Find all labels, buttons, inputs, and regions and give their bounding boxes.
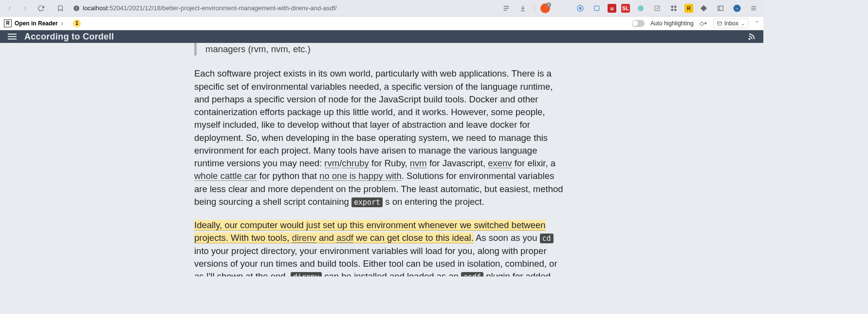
separator: |	[534, 4, 536, 13]
rss-icon[interactable]	[748, 33, 756, 40]
paragraph-1: Each software project exists in its own …	[194, 67, 569, 208]
sl-ext-icon[interactable]: SL	[621, 4, 630, 13]
circle-ext-icon[interactable]	[635, 2, 646, 14]
bookmark-icon[interactable]	[55, 2, 66, 14]
profile-icon[interactable]	[731, 2, 743, 14]
add-shortcut-icon[interactable]: ◇+	[700, 20, 707, 27]
extensions-icon[interactable]	[698, 2, 710, 14]
article-body: managers (rvm, nvm, etc.) Each software …	[189, 43, 574, 276]
svg-point-21	[749, 39, 750, 39]
highlight-count-badge[interactable]: 1	[73, 20, 81, 27]
install-icon[interactable]	[517, 2, 529, 14]
svg-rect-9	[655, 6, 659, 10]
link-chruby[interactable]: chruby	[342, 158, 369, 168]
link-whole-cattle-car[interactable]: whole cattle car	[194, 171, 257, 181]
svg-rect-11	[674, 5, 676, 7]
code-export: export	[351, 197, 383, 207]
svg-rect-7	[594, 6, 599, 10]
url-text: localhost:52041/2021/12/18/better-projec…	[83, 4, 337, 12]
svg-rect-10	[671, 5, 673, 7]
page-ext-icon[interactable]	[591, 2, 603, 14]
menu-icon[interactable]	[748, 2, 759, 14]
hamburger-icon[interactable]	[8, 34, 17, 39]
svg-point-6	[579, 7, 581, 9]
toolbar-right: | u SL R	[500, 2, 759, 14]
code-asdf: asdf	[461, 272, 483, 276]
site-header: According to Cordell	[0, 30, 763, 43]
code-cd: cd	[540, 234, 554, 243]
svg-point-8	[638, 5, 644, 11]
svg-rect-12	[671, 9, 673, 11]
quote-tail-text: managers (rvm, nvm, etc.)	[205, 44, 311, 54]
inbox-button[interactable]: Inbox ⌄	[713, 19, 749, 28]
address-bar[interactable]: ! localhost:52041/2021/12/18/better-proj…	[55, 2, 493, 14]
square-ext-icon[interactable]	[651, 2, 663, 14]
svg-rect-13	[674, 9, 676, 11]
link-rvm[interactable]: rvm	[324, 158, 339, 168]
reload-button[interactable]	[35, 2, 47, 14]
open-in-reader[interactable]: Open in Reader	[15, 20, 58, 27]
not-secure-icon: !	[73, 5, 80, 12]
chevron-right-icon[interactable]: ›	[61, 19, 63, 28]
link-asdf[interactable]: asdf	[336, 233, 353, 243]
paragraph-2: Ideally, our computer would just set up …	[194, 219, 569, 276]
link-direnv[interactable]: direnv	[292, 233, 316, 243]
forward-button[interactable]	[19, 2, 31, 14]
chevron-down-icon: ⌄	[740, 20, 745, 27]
back-button[interactable]	[4, 2, 16, 14]
link-nvm[interactable]: nvm	[410, 158, 427, 168]
auto-highlight-toggle[interactable]	[632, 20, 645, 27]
browser-toolbar: ! localhost:52041/2021/12/18/better-proj…	[0, 0, 763, 17]
sidebar-icon[interactable]	[715, 2, 726, 14]
grid-ext-icon[interactable]	[668, 2, 680, 14]
shields-icon[interactable]	[540, 3, 550, 13]
inbox-label: Inbox	[724, 20, 739, 27]
r-ext-icon[interactable]: R	[684, 4, 693, 13]
reader-bar: R Open in Reader › 1 Auto highlighting ◇…	[0, 17, 763, 30]
ublock-icon[interactable]: u	[608, 4, 616, 13]
auto-highlight-label: Auto highlighting	[650, 20, 694, 27]
code-direnv: direnv	[291, 272, 322, 276]
svg-text:!: !	[76, 6, 77, 10]
blockquote: managers (rvm, nvm, etc.)	[194, 43, 569, 56]
link-exenv[interactable]: exenv	[488, 158, 512, 168]
eye-icon[interactable]	[574, 2, 586, 14]
site-title[interactable]: According to Cordell	[24, 32, 114, 42]
collapse-up-icon[interactable]: ⌃	[755, 20, 759, 27]
content-area: managers (rvm, nvm, etc.) Each software …	[0, 43, 763, 276]
link-no-one-happy[interactable]: no one is happy with	[319, 171, 402, 181]
reader-logo-icon[interactable]: R	[4, 20, 12, 27]
svg-rect-14	[718, 6, 723, 10]
reader-mode-icon[interactable]	[500, 2, 512, 14]
